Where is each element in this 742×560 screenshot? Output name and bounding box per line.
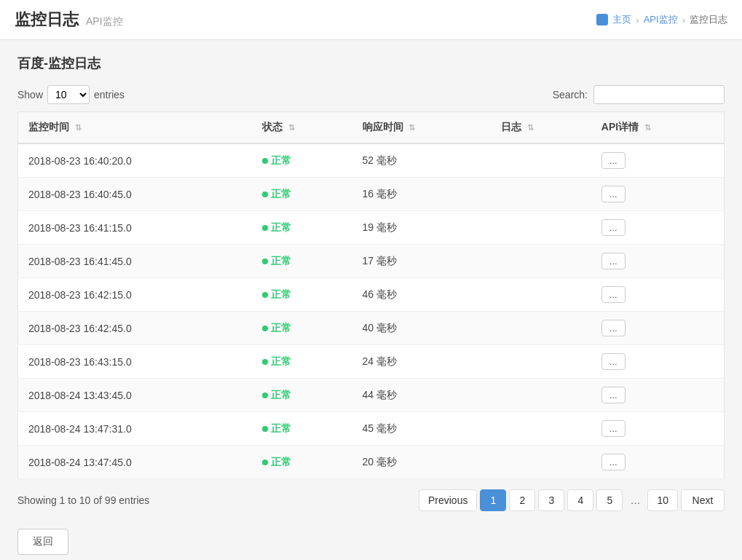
cell-log — [491, 412, 591, 446]
cell-time: 2018-08-23 16:40:20.0 — [18, 143, 252, 178]
pagination-page-5[interactable]: 5 — [596, 489, 623, 511]
cell-log — [491, 178, 591, 211]
col-status-label: 状态 — [262, 121, 283, 133]
cell-log — [491, 446, 591, 479]
cell-log — [491, 278, 591, 312]
sort-icon-log: ⇅ — [527, 123, 534, 133]
pagination-page-10[interactable]: 10 — [647, 489, 678, 511]
col-response-time[interactable]: 响应时间 ⇅ — [352, 112, 492, 144]
cell-log — [491, 312, 591, 345]
col-response-time-label: 响应时间 — [363, 121, 403, 133]
table-row: 2018-08-23 16:42:45.0正常40 毫秒... — [18, 312, 725, 345]
cell-time: 2018-08-23 16:41:15.0 — [18, 211, 252, 245]
detail-button[interactable]: ... — [601, 152, 625, 169]
search-input[interactable] — [593, 85, 725, 104]
status-dot-icon — [262, 292, 268, 298]
detail-button[interactable]: ... — [601, 186, 625, 202]
cell-time: 2018-08-23 16:43:15.0 — [18, 345, 252, 379]
cell-detail: ... — [591, 143, 725, 178]
status-dot-icon — [262, 192, 268, 197]
cell-log — [491, 379, 591, 412]
status-text: 正常 — [271, 322, 291, 335]
cell-response-time: 20 毫秒 — [352, 446, 492, 479]
detail-button[interactable]: ... — [601, 420, 625, 437]
cell-detail: ... — [591, 312, 725, 345]
sort-icon-time: ⇅ — [75, 123, 82, 133]
cell-response-time: 19 毫秒 — [352, 211, 492, 245]
breadcrumb: 主页 › API监控 › 监控日志 — [596, 13, 727, 26]
status-text: 正常 — [271, 255, 291, 268]
cell-status: 正常 — [252, 245, 352, 278]
pagination-page-4[interactable]: 4 — [567, 489, 593, 511]
status-dot-icon — [262, 426, 268, 432]
detail-button[interactable]: ... — [601, 253, 625, 269]
cell-detail: ... — [591, 379, 725, 412]
status-text: 正常 — [271, 288, 291, 301]
col-time[interactable]: 监控时间 ⇅ — [18, 112, 252, 144]
col-detail[interactable]: API详情 ⇅ — [591, 112, 725, 144]
status-text: 正常 — [271, 456, 291, 469]
detail-button[interactable]: ... — [601, 454, 625, 470]
cell-status: 正常 — [252, 412, 352, 446]
sort-icon-status: ⇅ — [288, 123, 295, 133]
cell-time: 2018-08-23 16:42:45.0 — [18, 312, 252, 345]
status-text: 正常 — [271, 355, 291, 368]
breadcrumb-sep-2: › — [682, 15, 685, 25]
cell-response-time: 45 毫秒 — [352, 412, 492, 446]
status-dot-icon — [262, 326, 268, 331]
table-row: 2018-08-24 13:47:31.0正常45 毫秒... — [18, 412, 725, 446]
table-row: 2018-08-23 16:43:15.0正常24 毫秒... — [18, 345, 725, 379]
pagination-page-1[interactable]: 1 — [480, 489, 506, 511]
cell-response-time: 44 毫秒 — [352, 379, 492, 412]
pagination-page-3[interactable]: 3 — [538, 489, 564, 511]
page-header: 监控日志 API监控 主页 › API监控 › 监控日志 — [0, 0, 742, 40]
col-status[interactable]: 状态 ⇅ — [252, 112, 352, 144]
entries-select[interactable]: 102550100 — [47, 85, 90, 104]
pagination-page-2[interactable]: 2 — [509, 489, 535, 511]
status-dot-icon — [262, 393, 268, 398]
main-content: 百度-监控日志 Show 102550100 entries Search: 监… — [0, 40, 742, 560]
table-footer: Showing 1 to 10 of 99 entries Previous12… — [17, 489, 725, 511]
page-title-header: 监控日志 — [15, 9, 79, 31]
pagination-previous[interactable]: Previous — [419, 489, 477, 511]
back-button[interactable]: 返回 — [17, 529, 68, 555]
cell-status: 正常 — [252, 143, 352, 178]
detail-button[interactable]: ... — [601, 320, 625, 336]
header-left: 监控日志 API监控 — [15, 9, 123, 31]
status-text: 正常 — [271, 154, 291, 167]
cell-time: 2018-08-24 13:43:45.0 — [18, 379, 252, 412]
table-row: 2018-08-23 16:41:45.0正常17 毫秒... — [18, 245, 725, 278]
cell-status: 正常 — [252, 178, 352, 211]
col-detail-label: API详情 — [601, 121, 639, 133]
detail-button[interactable]: ... — [601, 387, 625, 403]
table-row: 2018-08-24 13:43:45.0正常44 毫秒... — [18, 379, 725, 412]
detail-button[interactable]: ... — [601, 353, 625, 370]
table-header-row: 监控时间 ⇅ 状态 ⇅ 响应时间 ⇅ 日志 ⇅ API详情 ⇅ — [18, 112, 725, 144]
sort-icon-response: ⇅ — [409, 123, 415, 133]
home-icon — [596, 14, 608, 25]
cell-status: 正常 — [252, 211, 352, 245]
detail-button[interactable]: ... — [601, 286, 625, 303]
pagination-ellipsis: … — [625, 490, 644, 510]
status-text: 正常 — [271, 422, 291, 435]
status-dot-icon — [262, 359, 268, 365]
breadcrumb-api-monitor[interactable]: API监控 — [644, 13, 678, 26]
col-log[interactable]: 日志 ⇅ — [491, 112, 591, 144]
breadcrumb-home[interactable]: 主页 — [612, 13, 631, 26]
data-table: 监控时间 ⇅ 状态 ⇅ 响应时间 ⇅ 日志 ⇅ API详情 ⇅ — [17, 111, 725, 479]
cell-status: 正常 — [252, 379, 352, 412]
cell-detail: ... — [591, 178, 725, 211]
status-dot-icon — [262, 259, 268, 264]
cell-detail: ... — [591, 211, 725, 245]
pagination-next[interactable]: Next — [681, 489, 725, 511]
cell-response-time: 24 毫秒 — [352, 345, 492, 379]
cell-response-time: 46 毫秒 — [352, 278, 492, 312]
cell-response-time: 52 毫秒 — [352, 143, 492, 178]
cell-log — [491, 245, 591, 278]
cell-log — [491, 143, 591, 178]
cell-time: 2018-08-23 16:41:45.0 — [18, 245, 252, 278]
cell-log — [491, 345, 591, 379]
detail-button[interactable]: ... — [601, 219, 625, 236]
cell-detail: ... — [591, 412, 725, 446]
cell-time: 2018-08-23 16:40:45.0 — [18, 178, 252, 211]
